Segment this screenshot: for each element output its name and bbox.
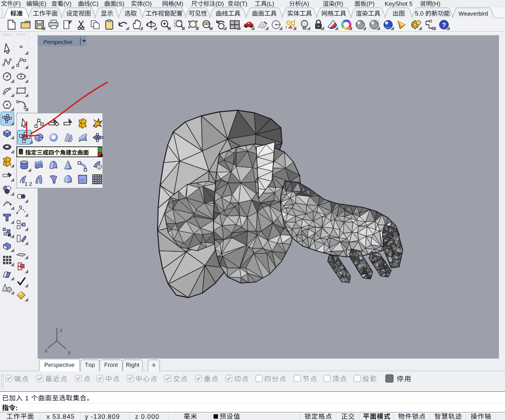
svg-text:?: ? xyxy=(442,21,446,29)
